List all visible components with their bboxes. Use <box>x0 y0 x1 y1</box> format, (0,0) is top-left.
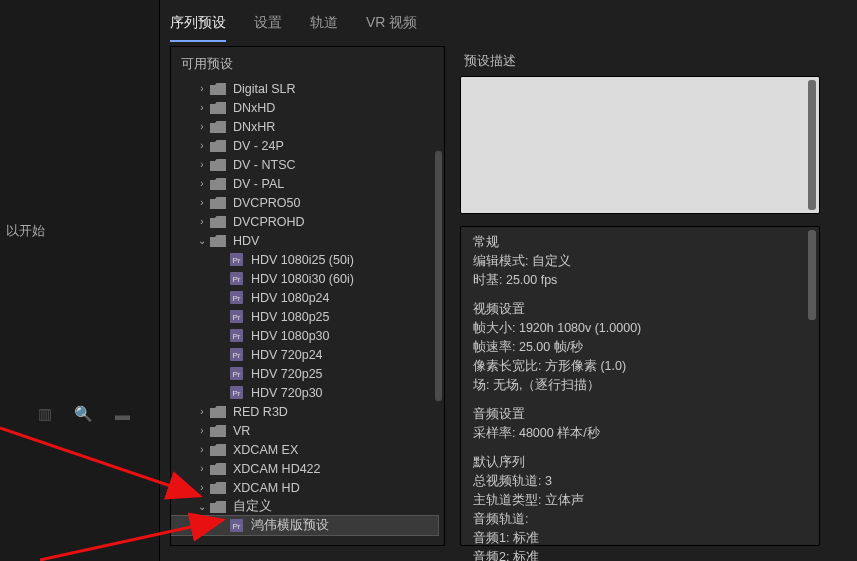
tree-folder[interactable]: ›DV - PAL <box>171 174 438 193</box>
tree-folder[interactable]: ›RED R3D <box>171 402 438 421</box>
desc-line <box>473 290 807 300</box>
preset-icon: Pr <box>227 253 245 267</box>
tree-preset[interactable]: PrHDV 1080p24 <box>171 288 438 307</box>
tree-folder[interactable]: ›XDCAM HD <box>171 478 438 497</box>
tree-item-label: HDV 720p24 <box>251 348 323 362</box>
chevron-right-icon[interactable]: › <box>195 425 209 436</box>
chevron-right-icon[interactable]: › <box>195 140 209 151</box>
desc-line: 像素长宽比: 方形像素 (1.0) <box>473 357 807 376</box>
preset-icon: Pr <box>227 291 245 305</box>
tree-preset[interactable]: PrHDV 1080p25 <box>171 307 438 326</box>
chevron-right-icon[interactable]: › <box>195 159 209 170</box>
folder-icon <box>209 196 227 210</box>
chevron-right-icon[interactable]: › <box>195 102 209 113</box>
tab-tracks[interactable]: 轨道 <box>310 14 338 42</box>
tree-folder[interactable]: ›VR <box>171 421 438 440</box>
chevron-right-icon[interactable]: › <box>195 178 209 189</box>
chevron-right-icon[interactable]: › <box>195 406 209 417</box>
tree-preset[interactable]: PrHDV 720p24 <box>171 345 438 364</box>
tree-preset[interactable]: PrHDV 1080p30 <box>171 326 438 345</box>
left-label: 以开始 <box>6 222 45 240</box>
tree-item-label: XDCAM EX <box>233 443 298 457</box>
desc-line <box>473 395 807 405</box>
tree-item-label: HDV <box>233 234 259 248</box>
chevron-right-icon[interactable]: › <box>195 83 209 94</box>
tree-folder[interactable]: ⌄自定义 <box>171 497 438 516</box>
preset-tree[interactable]: ›Digital SLR›DNxHD›DNxHR›DV - 24P›DV - N… <box>171 79 444 539</box>
left-sidebar: 以开始 ▥ 🔍 ▬ <box>0 0 160 561</box>
chevron-right-icon[interactable]: › <box>195 463 209 474</box>
search-icon[interactable]: 🔍 <box>74 405 93 423</box>
svg-text:Pr: Pr <box>232 351 240 360</box>
tree-item-label: HDV 1080i25 (50i) <box>251 253 354 267</box>
tree-item-label: DV - 24P <box>233 139 284 153</box>
tree-preset[interactable]: PrHDV 720p30 <box>171 383 438 402</box>
tree-folder[interactable]: ›DVCPROHD <box>171 212 438 231</box>
tree-folder[interactable]: ›XDCAM EX <box>171 440 438 459</box>
desc-line <box>473 443 807 453</box>
desc-line: 音频1: 标准 <box>473 529 807 548</box>
tree-folder[interactable]: ›DV - NTSC <box>171 155 438 174</box>
chevron-down-icon[interactable]: ⌄ <box>195 501 209 512</box>
folder-icon <box>209 120 227 134</box>
tree-item-label: DNxHR <box>233 120 275 134</box>
tab-vr-video[interactable]: VR 视频 <box>366 14 417 42</box>
available-presets-panel: 可用预设 ›Digital SLR›DNxHD›DNxHR›DV - 24P›D… <box>170 46 445 546</box>
svg-text:Pr: Pr <box>232 370 240 379</box>
folder-icon <box>209 405 227 419</box>
folder-icon <box>209 177 227 191</box>
tree-folder[interactable]: ⌄HDV <box>171 231 438 250</box>
desc-line: 默认序列 <box>473 453 807 472</box>
desc-line: 音频轨道: <box>473 510 807 529</box>
svg-text:Pr: Pr <box>232 275 240 284</box>
tree-item-label: HDV 1080p24 <box>251 291 330 305</box>
folder-icon <box>209 101 227 115</box>
chevron-right-icon[interactable]: › <box>195 121 209 132</box>
folder-icon <box>209 234 227 248</box>
desc-line: 音频设置 <box>473 405 807 424</box>
tree-item-label: DVCPROHD <box>233 215 305 229</box>
tree-preset[interactable]: PrHDV 1080i30 (60i) <box>171 269 438 288</box>
desc-line: 帧速率: 25.00 帧/秒 <box>473 338 807 357</box>
tree-preset[interactable]: Pr鸿伟横版预设 <box>171 516 438 535</box>
chevron-down-icon[interactable]: ⌄ <box>195 235 209 246</box>
desc-line: 编辑模式: 自定义 <box>473 252 807 271</box>
folder-icon <box>209 462 227 476</box>
tree-item-label: Digital SLR <box>233 82 296 96</box>
desc-top-scrollbar[interactable] <box>808 80 816 210</box>
preset-icon: Pr <box>227 367 245 381</box>
desc-line: 音频2: 标准 <box>473 548 807 561</box>
tree-item-label: DV - NTSC <box>233 158 296 172</box>
desc-line: 时基: 25.00 fps <box>473 271 807 290</box>
tab-sequence-presets[interactable]: 序列预设 <box>170 14 226 42</box>
preset-icon: Pr <box>227 348 245 362</box>
tree-folder[interactable]: ›DVCPRO50 <box>171 193 438 212</box>
tree-folder[interactable]: ›Digital SLR <box>171 79 438 98</box>
folder-icon <box>209 481 227 495</box>
tree-item-label: HDV 1080p25 <box>251 310 330 324</box>
preset-icon: Pr <box>227 329 245 343</box>
chevron-right-icon[interactable]: › <box>195 197 209 208</box>
tree-folder[interactable]: ›DV - 24P <box>171 136 438 155</box>
preset-icon: Pr <box>227 386 245 400</box>
folder-icon <box>209 500 227 514</box>
tree-preset[interactable]: PrHDV 720p25 <box>171 364 438 383</box>
tab-settings[interactable]: 设置 <box>254 14 282 42</box>
tree-folder[interactable]: ›DNxHR <box>171 117 438 136</box>
svg-text:Pr: Pr <box>232 332 240 341</box>
tree-item-label: VR <box>233 424 250 438</box>
folder-icon[interactable]: ▬ <box>115 406 130 423</box>
tree-folder[interactable]: ›DNxHD <box>171 98 438 117</box>
tree-scrollbar[interactable] <box>435 81 442 535</box>
desc-details-scrollbar[interactable] <box>808 230 816 320</box>
tree-scrollbar-thumb[interactable] <box>435 151 442 401</box>
chevron-right-icon[interactable]: › <box>195 444 209 455</box>
chevron-right-icon[interactable]: › <box>195 482 209 493</box>
chevron-right-icon[interactable]: › <box>195 216 209 227</box>
folder-icon <box>209 82 227 96</box>
tree-folder[interactable]: ›XDCAM HD422 <box>171 459 438 478</box>
list-icon[interactable]: ▥ <box>38 405 52 423</box>
tree-preset[interactable]: PrHDV 1080i25 (50i) <box>171 250 438 269</box>
tree-item-label: HDV 1080p30 <box>251 329 330 343</box>
available-presets-title: 可用预设 <box>171 47 444 79</box>
